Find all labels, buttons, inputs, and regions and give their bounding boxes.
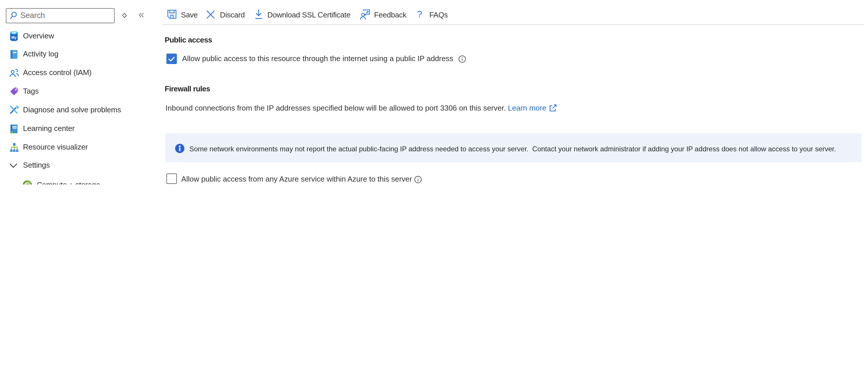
svg-text:$: $ (26, 183, 28, 185)
svg-text:101: 101 (13, 126, 17, 129)
svg-text:My: My (11, 35, 17, 39)
